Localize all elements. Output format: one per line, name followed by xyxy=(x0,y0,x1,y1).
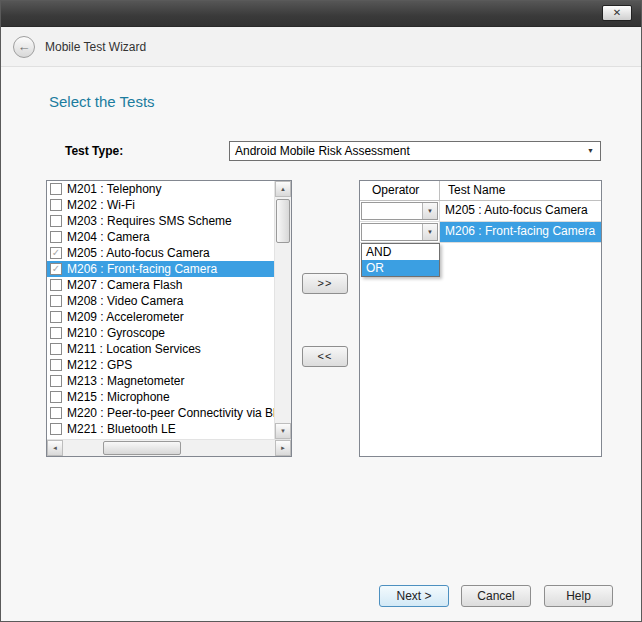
table-header-row: Operator Test Name xyxy=(360,181,601,201)
available-test-label: M205 : Auto-focus Camera xyxy=(67,246,210,260)
horizontal-scroll-thumb[interactable] xyxy=(103,441,181,455)
test-name-cell[interactable]: M206 : Front-facing Camera xyxy=(440,222,601,242)
operator-option[interactable]: OR xyxy=(362,260,439,276)
available-test-item[interactable]: M203 : Requires SMS Scheme xyxy=(47,213,274,229)
back-arrow-icon[interactable]: ← xyxy=(13,36,35,58)
page-heading: Select the Tests xyxy=(49,93,155,110)
chevron-down-icon[interactable]: ▼ xyxy=(422,203,437,219)
selected-tests-table: Operator Test Name ▼M205 : Auto-focus Ca… xyxy=(359,180,602,457)
chevron-down-icon[interactable]: ▼ xyxy=(422,224,437,240)
available-test-item[interactable]: M213 : Magnetometer xyxy=(47,373,274,389)
available-test-item[interactable]: ✓M206 : Front-facing Camera xyxy=(47,261,274,277)
close-button[interactable]: ✕ xyxy=(602,5,632,21)
available-test-label: M203 : Requires SMS Scheme xyxy=(67,214,232,228)
test-type-label: Test Type: xyxy=(65,144,123,158)
test-type-value: Android Mobile Risk Assessment xyxy=(235,144,410,158)
available-test-item[interactable]: M209 : Accelerometer xyxy=(47,309,274,325)
checkbox-unchecked-icon[interactable] xyxy=(50,359,62,371)
operator-value xyxy=(362,224,422,240)
test-type-select[interactable]: Android Mobile Risk Assessment ▼ xyxy=(229,141,601,161)
checkbox-unchecked-icon[interactable] xyxy=(50,183,62,195)
column-header-operator: Operator xyxy=(360,181,440,200)
checkbox-unchecked-icon[interactable] xyxy=(50,423,62,435)
test-name-cell[interactable]: M205 : Auto-focus Camera xyxy=(440,201,601,221)
available-test-item[interactable]: M210 : Gyroscope xyxy=(47,325,274,341)
available-test-label: M201 : Telephony xyxy=(67,182,162,196)
available-test-label: M215 : Microphone xyxy=(67,390,170,404)
available-test-item[interactable]: M202 : Wi-Fi xyxy=(47,197,274,213)
checkbox-unchecked-icon[interactable] xyxy=(50,375,62,387)
operator-cell: ▼ xyxy=(360,201,440,221)
vertical-scrollbar[interactable]: ▲ ▼ xyxy=(274,181,291,439)
available-test-item[interactable]: ✓M205 : Auto-focus Camera xyxy=(47,245,274,261)
available-test-item[interactable]: M215 : Microphone xyxy=(47,389,274,405)
available-test-label: M202 : Wi-Fi xyxy=(67,198,135,212)
available-test-label: M206 : Front-facing Camera xyxy=(67,262,217,276)
next-button[interactable]: Next > xyxy=(379,585,449,607)
title-bar: ✕ xyxy=(1,1,641,27)
available-test-item[interactable]: M220 : Peer-to-peer Connectivity via Blu… xyxy=(47,405,274,421)
available-test-label: M208 : Video Camera xyxy=(67,294,184,308)
checkbox-checked-icon[interactable]: ✓ xyxy=(50,247,62,259)
selected-test-row: ▼M205 : Auto-focus Camera xyxy=(360,201,601,222)
available-test-label: M211 : Location Services xyxy=(67,342,201,356)
checkbox-unchecked-icon[interactable] xyxy=(50,279,62,291)
available-test-item[interactable]: M207 : Camera Flash xyxy=(47,277,274,293)
checkbox-unchecked-icon[interactable] xyxy=(50,327,62,339)
available-test-item[interactable]: M204 : Camera xyxy=(47,229,274,245)
available-tests-list: M201 : TelephonyM202 : Wi-FiM203 : Requi… xyxy=(46,180,292,457)
checkbox-unchecked-icon[interactable] xyxy=(50,215,62,227)
cancel-button[interactable]: Cancel xyxy=(461,585,531,607)
operator-option[interactable]: AND xyxy=(362,244,439,260)
available-test-item[interactable]: M208 : Video Camera xyxy=(47,293,274,309)
operator-combobox[interactable]: ▼ xyxy=(361,223,438,241)
scroll-right-icon[interactable]: ► xyxy=(275,440,291,456)
available-test-label: M212 : GPS xyxy=(67,358,132,372)
checkbox-unchecked-icon[interactable] xyxy=(50,391,62,403)
available-tests-items: M201 : TelephonyM202 : Wi-FiM203 : Requi… xyxy=(47,181,274,439)
available-test-label: M207 : Camera Flash xyxy=(67,278,182,292)
column-header-test-name: Test Name xyxy=(440,181,601,200)
operator-dropdown: ANDOR xyxy=(361,243,440,277)
wizard-header: ← Mobile Test Wizard xyxy=(1,27,641,67)
selected-test-row: ▼M206 : Front-facing Camera xyxy=(360,222,601,243)
checkbox-unchecked-icon[interactable] xyxy=(50,311,62,323)
available-test-item[interactable]: M212 : GPS xyxy=(47,357,274,373)
scroll-left-icon[interactable]: ◄ xyxy=(47,440,63,456)
checkbox-unchecked-icon[interactable] xyxy=(50,343,62,355)
operator-value xyxy=(362,203,422,219)
chevron-down-icon[interactable]: ▼ xyxy=(587,143,594,159)
available-test-item[interactable]: M221 : Bluetooth LE xyxy=(47,421,274,437)
scroll-up-icon[interactable]: ▲ xyxy=(275,181,291,197)
available-test-item[interactable]: M211 : Location Services xyxy=(47,341,274,357)
horizontal-scrollbar[interactable]: ◄ ► xyxy=(47,439,291,456)
operator-combobox[interactable]: ▼ xyxy=(361,202,438,220)
vertical-scroll-thumb[interactable] xyxy=(276,199,290,243)
available-test-label: M204 : Camera xyxy=(67,230,150,244)
available-test-label: M221 : Bluetooth LE xyxy=(67,422,176,436)
operator-cell: ▼ xyxy=(360,222,440,242)
checkbox-unchecked-icon[interactable] xyxy=(50,231,62,243)
add-tests-button[interactable]: >> xyxy=(302,273,348,294)
mobile-test-wizard-window: ✕ ← Mobile Test Wizard Select the Tests … xyxy=(0,0,642,622)
checkbox-checked-icon[interactable]: ✓ xyxy=(50,263,62,275)
help-button[interactable]: Help xyxy=(544,585,613,607)
wizard-title: Mobile Test Wizard xyxy=(45,27,146,67)
available-test-label: M213 : Magnetometer xyxy=(67,374,184,388)
available-test-label: M220 : Peer-to-peer Connectivity via Blu… xyxy=(67,406,274,420)
selected-tests-rows: ▼M205 : Auto-focus Camera▼M206 : Front-f… xyxy=(360,201,601,243)
remove-tests-button[interactable]: << xyxy=(302,346,348,367)
available-test-label: M210 : Gyroscope xyxy=(67,326,165,340)
checkbox-unchecked-icon[interactable] xyxy=(50,407,62,419)
available-test-label: M209 : Accelerometer xyxy=(67,310,184,324)
checkbox-unchecked-icon[interactable] xyxy=(50,295,62,307)
checkbox-unchecked-icon[interactable] xyxy=(50,199,62,211)
available-test-item[interactable]: M201 : Telephony xyxy=(47,181,274,197)
scroll-down-icon[interactable]: ▼ xyxy=(275,423,291,439)
